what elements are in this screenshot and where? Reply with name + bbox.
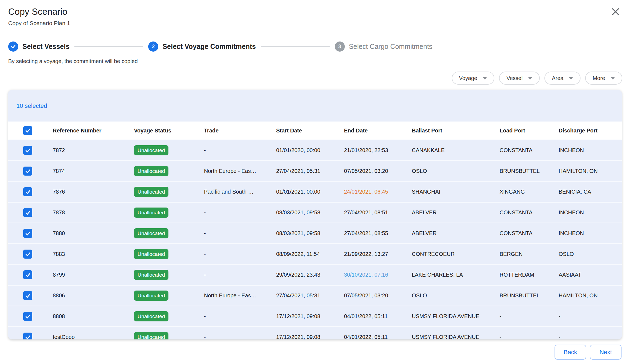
step-select-vessels[interactable]: Select Vessels	[8, 42, 69, 52]
status-badge: Unallocated	[134, 270, 168, 280]
cell-start-date: 08/03/2021, 09:58	[276, 209, 344, 216]
cell-ballast-port: ABELVER	[412, 230, 500, 236]
cell-discharge-port: AASIAAT	[559, 272, 622, 278]
step-label: Select Voyage Commitments	[162, 43, 256, 51]
cell-start-date: 08/09/2022, 11:54	[276, 251, 344, 257]
cell-ballast-port: SHANGHAI	[412, 189, 500, 195]
stepper-helper-text: By selecting a voyage, the commitment wi…	[0, 58, 630, 65]
cell-start-date: 01/01/2020, 00:00	[276, 147, 344, 153]
filter-vessel-button[interactable]: Vessel	[499, 72, 540, 85]
cell-trade: North Europe - Eas…	[204, 168, 276, 174]
chevron-down-icon	[569, 77, 573, 79]
cell-voyage-status: Unallocated	[134, 228, 204, 238]
row-checkbox[interactable]	[23, 167, 32, 176]
dialog-header: Copy Scenario Copy of Scenario Plan 1	[0, 0, 630, 27]
column-header-load-port: Load Port	[500, 128, 559, 134]
cell-trade: -	[204, 209, 276, 216]
row-checkbox-cell	[8, 250, 53, 259]
cell-end-date: 27/04/2021, 08:51	[344, 209, 412, 216]
select-all-checkbox[interactable]	[23, 126, 32, 135]
cell-start-date: 17/12/2021, 09:08	[276, 313, 344, 319]
row-checkbox[interactable]	[23, 270, 32, 279]
row-checkbox-cell	[8, 146, 53, 155]
cell-voyage-status: Unallocated	[134, 291, 204, 301]
row-checkbox[interactable]	[23, 291, 32, 300]
cell-end-date: 21/01/2020, 22:53	[344, 147, 412, 153]
table-row[interactable]: 7880Unallocated-08/03/2021, 09:5827/04/2…	[8, 223, 622, 243]
dialog-subtitle: Copy of Scenario Plan 1	[8, 20, 622, 27]
step-number-badge: 2	[148, 42, 158, 52]
row-checkbox[interactable]	[23, 187, 32, 196]
table-row[interactable]: 7872Unallocated-01/01/2020, 00:0021/01/2…	[8, 140, 622, 160]
dialog-footer: Back Next	[0, 339, 630, 360]
step-select-voyage-commitments[interactable]: 2 Select Voyage Commitments	[148, 42, 256, 52]
next-button[interactable]: Next	[590, 345, 622, 360]
selection-count: 10 selected	[16, 102, 47, 110]
chevron-down-icon	[483, 77, 487, 79]
cell-start-date: 08/03/2021, 09:58	[276, 230, 344, 236]
cell-end-date: 30/10/2021, 07:16	[344, 272, 412, 278]
cell-discharge-port: -	[559, 334, 622, 339]
step-connector	[74, 46, 143, 47]
cell-trade: Pacific and South …	[204, 189, 276, 195]
table-row[interactable]: testCoooUnallocated-17/12/2021, 09:0804/…	[8, 326, 622, 339]
cell-end-date: 24/01/2021, 06:45	[344, 189, 412, 195]
table-row[interactable]: 7883Unallocated-08/09/2022, 11:5421/09/2…	[8, 243, 622, 264]
cell-start-date: 17/12/2021, 09:08	[276, 334, 344, 339]
table-row[interactable]: 7876UnallocatedPacific and South …01/01/…	[8, 181, 622, 202]
cell-reference-number: 8806	[53, 292, 134, 299]
filter-voyage-button[interactable]: Voyage	[452, 72, 495, 85]
stepper: Select Vessels 2 Select Voyage Commitmen…	[0, 41, 630, 52]
page-title: Copy Scenario	[8, 7, 622, 17]
cell-trade: -	[204, 251, 276, 257]
row-checkbox[interactable]	[23, 229, 32, 238]
cell-trade: -	[204, 147, 276, 153]
table-row[interactable]: 8806UnallocatedNorth Europe - Eas…27/04/…	[8, 285, 622, 306]
table-row[interactable]: 8799Unallocated-29/09/2021, 23:4330/10/2…	[8, 264, 622, 285]
table-row[interactable]: 8808Unallocated-17/12/2021, 09:0804/01/2…	[8, 306, 622, 326]
cell-voyage-status: Unallocated	[134, 311, 204, 321]
column-header-reference-number: Reference Number	[53, 128, 134, 134]
status-badge: Unallocated	[134, 291, 168, 301]
filter-bar: Voyage Vessel Area More	[0, 72, 630, 85]
row-checkbox-cell	[8, 167, 53, 176]
back-button[interactable]: Back	[555, 345, 586, 360]
column-header-start-date: Start Date	[276, 128, 344, 134]
cell-voyage-status: Unallocated	[134, 249, 204, 259]
table-row[interactable]: 7878Unallocated-08/03/2021, 09:5827/04/2…	[8, 202, 622, 223]
cell-reference-number: 7872	[53, 147, 134, 153]
column-header-ballast-port: Ballast Port	[412, 128, 500, 134]
cell-end-date: 07/05/2021, 03:20	[344, 168, 412, 174]
filter-label: Vessel	[506, 75, 523, 81]
column-header-end-date: End Date	[344, 128, 412, 134]
cell-load-port: CONSTANTA	[500, 147, 559, 153]
row-checkbox-cell	[8, 270, 53, 279]
cell-trade: -	[204, 272, 276, 278]
filter-label: Area	[552, 75, 563, 81]
cell-discharge-port: HAMILTON, ON	[559, 168, 622, 174]
cell-start-date: 27/04/2021, 05:31	[276, 292, 344, 299]
cell-start-date: 27/04/2021, 05:31	[276, 168, 344, 174]
cell-voyage-status: Unallocated	[134, 208, 204, 218]
cell-ballast-port: OSLO	[412, 168, 500, 174]
column-header-trade: Trade	[204, 128, 276, 134]
row-checkbox[interactable]	[23, 333, 32, 339]
cell-trade: North Europe - Eas…	[204, 292, 276, 299]
cell-ballast-port: CONTRECOEUR	[412, 251, 500, 257]
step-label: Select Vessels	[22, 43, 69, 51]
table-row[interactable]: 7874UnallocatedNorth Europe - Eas…27/04/…	[8, 160, 622, 181]
cell-voyage-status: Unallocated	[134, 270, 204, 280]
cell-load-port: CONSTANTA	[500, 230, 559, 236]
cell-reference-number: testCooo	[53, 334, 134, 339]
step-select-cargo-commitments[interactable]: 3 Select Cargo Commitments	[335, 42, 433, 52]
row-checkbox[interactable]	[23, 250, 32, 259]
close-icon[interactable]	[610, 7, 621, 17]
row-checkbox[interactable]	[23, 208, 32, 217]
row-checkbox[interactable]	[23, 146, 32, 155]
cell-reference-number: 7878	[53, 209, 134, 216]
filter-more-button[interactable]: More	[585, 72, 622, 85]
cell-voyage-status: Unallocated	[134, 166, 204, 176]
cell-reference-number: 8799	[53, 272, 134, 278]
row-checkbox[interactable]	[23, 312, 32, 321]
filter-area-button[interactable]: Area	[544, 72, 581, 85]
